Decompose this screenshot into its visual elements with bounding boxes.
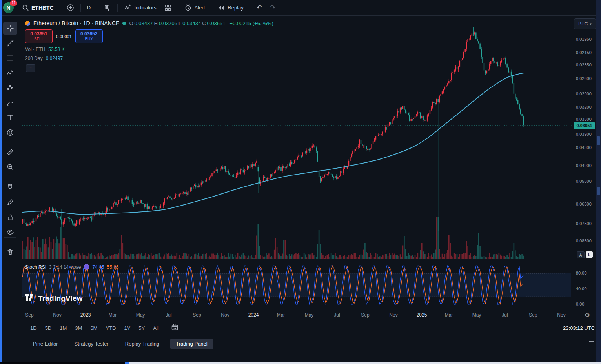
- spread-value: 0.00001: [56, 34, 72, 39]
- price-tick: 0.04300: [576, 145, 592, 150]
- buy-price: 0.03652: [80, 31, 97, 37]
- draw-icon: [6, 198, 14, 206]
- price-tick: 0.06500: [576, 202, 592, 206]
- minimize-panel-icon[interactable]: [577, 344, 582, 344]
- divider: [250, 4, 250, 12]
- time-tick: Sep: [193, 312, 201, 318]
- trading-panel-content: [20, 351, 601, 362]
- goto-date-icon[interactable]: [171, 324, 178, 332]
- replay-button[interactable]: Replay: [214, 2, 247, 13]
- range-ytd[interactable]: YTD: [103, 324, 118, 333]
- emoji-icon: [6, 129, 14, 136]
- scroll-marker[interactable]: [597, 136, 600, 145]
- redo-button[interactable]: ↷: [266, 2, 279, 13]
- range-toolbar: 1D5D1M3M6MYTD1Y5YAll 23:03:12 UTC: [20, 320, 601, 336]
- stoch-k-value: 74.45: [92, 264, 104, 270]
- currency-dropdown[interactable]: BTC ▾: [574, 18, 596, 29]
- magnet-tool[interactable]: [3, 181, 17, 193]
- crosshair-tool[interactable]: [3, 22, 17, 35]
- toolbar-separator: [4, 237, 16, 238]
- range-1m[interactable]: 1M: [57, 324, 69, 333]
- pattern-icon: [6, 69, 14, 77]
- ohlc-value: 0.03651: [207, 20, 226, 26]
- time-tick: May: [305, 312, 314, 318]
- range-1d[interactable]: 1D: [27, 324, 40, 333]
- clock-utc[interactable]: 23:03:12 UTC: [563, 325, 595, 331]
- range-5y[interactable]: 5Y: [136, 324, 148, 333]
- text-icon: [6, 114, 14, 122]
- lock-tool[interactable]: [3, 211, 17, 224]
- symbol-logo-icon: [25, 21, 30, 26]
- replay-icon: [218, 4, 225, 11]
- fib-retracement-tool[interactable]: [3, 52, 17, 64]
- time-tick: May: [136, 312, 145, 318]
- trend-line-tool[interactable]: [3, 37, 17, 49]
- range-6m[interactable]: 6M: [87, 324, 100, 333]
- stoch-d-value: 55.66: [107, 264, 118, 270]
- stoch-rsi-legend[interactable]: Stoch RSI 3 3 14 14 close 74.45 55.66: [25, 264, 119, 270]
- eye-tool[interactable]: [3, 226, 17, 238]
- text-tool[interactable]: [3, 111, 17, 124]
- time-tick: Sep: [361, 312, 369, 318]
- measure-tool[interactable]: [3, 146, 17, 158]
- price-tick: 0.02900: [576, 91, 592, 96]
- sell-button[interactable]: 0.03651 SELL: [25, 29, 53, 43]
- market-status-icon[interactable]: [122, 22, 126, 25]
- ma-legend[interactable]: 200 Day 0.02497: [25, 56, 63, 61]
- volume-legend[interactable]: Vol · ETH 53.53 K: [25, 47, 65, 52]
- draw-tool[interactable]: [3, 196, 17, 209]
- zoom-tool[interactable]: [3, 161, 17, 173]
- last-price-label: 0.03651: [574, 122, 595, 129]
- forecast-tool[interactable]: [3, 81, 17, 94]
- chart-style-button[interactable]: [100, 2, 115, 13]
- price-scale[interactable]: BTC ▾ 0.03651 A L 0.019500.021500.023500…: [573, 16, 596, 310]
- change-value: +0.00215 (+6.26%): [230, 20, 273, 26]
- tab-pine-editor[interactable]: Pine Editor: [27, 339, 64, 349]
- right-scrollbar-strip[interactable]: [596, 0, 601, 362]
- divider: [211, 4, 211, 12]
- tab-strategy-tester[interactable]: Strategy Tester: [69, 339, 114, 349]
- auto-scale-button[interactable]: A: [577, 251, 585, 258]
- chart-legend: Ethereum / Bitcoin · 1D · BINANCE O0.034…: [25, 20, 273, 26]
- chart-title[interactable]: Ethereum / Bitcoin · 1D · BINANCE: [33, 20, 119, 26]
- range-3m[interactable]: 3M: [72, 324, 85, 333]
- buy-label: BUY: [85, 37, 93, 42]
- scroll-marker[interactable]: [597, 187, 600, 195]
- plus-circle-icon: [67, 4, 74, 11]
- collapse-legend-button[interactable]: ⌃: [26, 64, 35, 72]
- range-all[interactable]: All: [150, 324, 161, 333]
- time-axis[interactable]: ⚙ SepNov2023MarMayJulSepNov2024MarMayJul…: [20, 310, 601, 320]
- buy-button[interactable]: 0.03652 BUY: [75, 29, 103, 43]
- maximize-panel-icon[interactable]: [589, 341, 594, 346]
- trade-buttons: 0.03651 SELL 0.00001 0.03652 BUY: [25, 29, 103, 43]
- indicators-button[interactable]: Indicators: [120, 2, 160, 13]
- stoch-tick: 80.00: [576, 271, 587, 275]
- symbol-search-button[interactable]: ETHBTC: [18, 2, 57, 13]
- trash-icon: [6, 248, 14, 256]
- grid-icon: [164, 4, 171, 11]
- emoji-tool[interactable]: [3, 126, 17, 139]
- undo-button[interactable]: ↶: [253, 2, 266, 13]
- pattern-tool[interactable]: [3, 67, 17, 79]
- price-tick: 0.02350: [576, 62, 592, 67]
- log-scale-button[interactable]: L: [586, 251, 593, 258]
- interval-button[interactable]: D: [84, 2, 94, 13]
- divider: [97, 4, 97, 12]
- tab-trading-panel[interactable]: Trading Panel: [170, 339, 213, 349]
- trash-tool[interactable]: [3, 246, 17, 258]
- gear-icon[interactable]: ⚙: [585, 311, 590, 318]
- user-avatar[interactable]: N 11: [3, 2, 14, 13]
- brush-tool[interactable]: [3, 96, 17, 109]
- range-1y[interactable]: 1Y: [121, 324, 133, 333]
- tradingview-logo-icon: [24, 293, 35, 304]
- eye-icon: [6, 228, 14, 236]
- bottom-edge-dark: [0, 362, 125, 364]
- time-tick: Nov: [389, 312, 397, 318]
- compare-add-button[interactable]: [63, 2, 78, 13]
- alert-button[interactable]: Alert: [181, 2, 209, 13]
- sell-price: 0.03651: [30, 31, 47, 37]
- fib-retracement-icon: [6, 54, 14, 62]
- tab-replay-trading[interactable]: Replay Trading: [120, 339, 165, 349]
- layout-grid-button[interactable]: [161, 2, 175, 13]
- range-5d[interactable]: 5D: [42, 324, 55, 333]
